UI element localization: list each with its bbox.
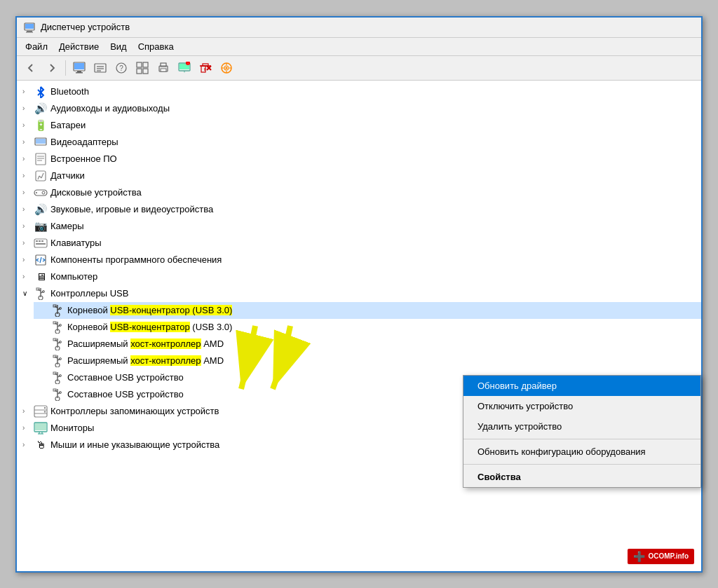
tree-item-audio[interactable]: › 🔊 Аудиовходы и аудиовыходы xyxy=(17,100,701,117)
expand-icon-usb[interactable]: ∨ xyxy=(22,289,34,297)
expand-icon-bluetooth[interactable]: › xyxy=(22,88,34,95)
ctx-update-driver[interactable]: Обновить драйвер xyxy=(463,376,700,396)
toolbar-btn-uninstall[interactable] xyxy=(196,59,215,77)
ctx-update-config[interactable]: Обновить конфигурацию оборудования xyxy=(463,442,700,462)
tree-item-firmware[interactable]: › Встроенное ПО xyxy=(17,151,701,167)
usb-hub1-icon xyxy=(50,303,65,317)
svg-rect-17 xyxy=(143,69,148,74)
svg-rect-1 xyxy=(27,31,32,32)
tree-item-computer-label: Компьютер xyxy=(50,271,97,282)
toolbar-btn-3[interactable] xyxy=(133,59,152,77)
tree-item-disk-label: Дисковые устройства xyxy=(50,187,142,198)
tree-item-amd-host2[interactable]: Расширяемый хост-контроллер AMD xyxy=(34,353,701,369)
toolbar-btn-2[interactable] xyxy=(90,59,110,77)
sound-icon: 🔊 xyxy=(34,203,48,217)
svg-point-34 xyxy=(226,67,228,69)
svg-line-48 xyxy=(41,173,43,178)
svg-rect-56 xyxy=(36,243,46,245)
menu-file[interactable]: Файл xyxy=(20,39,53,54)
toolbar-btn-scan[interactable] xyxy=(217,59,236,77)
svg-rect-15 xyxy=(143,62,148,67)
tree-item-usb-hub1[interactable]: Корневой USB-концентратор (USB 3.0) xyxy=(34,302,701,319)
device-tree: › Bluetooth › 🔊 Аудиовходы и аудиовыходы… xyxy=(17,81,701,571)
svg-line-58 xyxy=(40,257,41,263)
expand-icon-software[interactable]: › xyxy=(22,256,34,264)
svg-rect-16 xyxy=(137,69,142,74)
expand-icon-cameras[interactable]: › xyxy=(22,222,34,230)
software-icon xyxy=(34,253,48,267)
menu-view[interactable]: Вид xyxy=(104,39,133,54)
amd-host1-icon xyxy=(50,337,65,351)
tree-item-battery[interactable]: › 🔋 Батареи xyxy=(17,117,701,134)
expand-icon-firmware[interactable]: › xyxy=(22,155,34,163)
expand-icon-computer[interactable]: › xyxy=(22,273,34,280)
menu-help[interactable]: Справка xyxy=(133,39,180,54)
menu-action[interactable]: Действие xyxy=(53,39,104,54)
svg-rect-55 xyxy=(41,240,43,242)
tree-item-disk[interactable]: › Дисковые устройства xyxy=(17,184,701,201)
svg-rect-67 xyxy=(53,305,56,307)
tree-item-usb[interactable]: ∨ Контроллеры USB xyxy=(17,285,701,302)
tree-item-cameras-label: Камеры xyxy=(50,221,84,231)
svg-point-105 xyxy=(44,411,46,412)
amd-host2-highlight: хост-контроллер xyxy=(130,355,201,366)
tree-item-amd-host1[interactable]: Расширяемый хост-контроллер AMD xyxy=(34,336,701,353)
toolbar-btn-print[interactable] xyxy=(154,59,173,77)
expand-icon-mice[interactable]: › xyxy=(22,441,34,449)
toolbar-btn-monitor[interactable]: ! xyxy=(175,59,194,77)
svg-rect-91 xyxy=(53,372,56,374)
expand-icon-audio[interactable]: › xyxy=(22,104,34,112)
expand-icon-storage[interactable]: › xyxy=(22,407,34,415)
svg-text:!: ! xyxy=(187,62,188,65)
tree-item-composite2-label: Составное USB устройство xyxy=(67,389,184,399)
expand-icon-sound[interactable]: › xyxy=(22,205,34,213)
expand-icon-battery[interactable]: › xyxy=(22,121,34,129)
svg-rect-41 xyxy=(36,153,46,165)
tree-item-battery-label: Батареи xyxy=(50,120,86,130)
svg-rect-7 xyxy=(76,72,83,74)
ctx-uninstall-device[interactable]: Удалить устройство xyxy=(463,416,700,437)
tree-item-computer[interactable]: › 🖥 Компьютер xyxy=(17,268,701,285)
tree-item-usb-label: Контроллеры USB xyxy=(50,288,128,299)
svg-rect-3 xyxy=(25,24,34,29)
sensors-icon xyxy=(34,169,48,183)
keyboards-icon xyxy=(34,236,48,250)
svg-rect-6 xyxy=(77,71,81,72)
composite1-icon xyxy=(50,371,65,385)
display-icon xyxy=(34,135,48,149)
svg-rect-61 xyxy=(36,288,39,290)
tree-item-bluetooth[interactable]: › Bluetooth xyxy=(17,83,701,100)
back-button[interactable] xyxy=(21,59,41,77)
tree-item-keyboards-label: Клавиатуры xyxy=(50,238,102,248)
forward-button[interactable] xyxy=(42,59,62,77)
expand-icon-sensors[interactable]: › xyxy=(22,172,34,179)
toolbar: ? ! xyxy=(17,56,701,81)
expand-icon-disk[interactable]: › xyxy=(22,189,34,196)
expand-icon-monitors[interactable]: › xyxy=(22,424,34,432)
ctx-separator-1 xyxy=(463,439,700,439)
tree-item-cameras[interactable]: › 📷 Камеры xyxy=(17,218,701,235)
svg-rect-14 xyxy=(137,62,142,67)
toolbar-btn-1[interactable] xyxy=(69,59,89,77)
tree-item-display-label: Видеоадаптеры xyxy=(50,137,118,147)
composite2-icon xyxy=(50,388,65,402)
tree-item-sound[interactable]: › 🔊 Звуковые, игровые и видеоустройства xyxy=(17,201,701,218)
tree-item-keyboards[interactable]: › Клавиатуры xyxy=(17,235,701,252)
ocomp-badge: ➕ OCOMP.info xyxy=(628,549,694,564)
expand-icon-keyboards[interactable]: › xyxy=(22,239,34,247)
tree-item-software[interactable]: › Компоненты программного обеспечения xyxy=(17,252,701,268)
svg-line-46 xyxy=(38,176,39,179)
toolbar-btn-help[interactable]: ? xyxy=(111,59,131,77)
tree-item-software-label: Компоненты программного обеспечения xyxy=(50,254,222,265)
device-manager-window: Диспетчер устройств Файл Действие Вид Сп… xyxy=(15,16,703,573)
mice-icon: 🖱 xyxy=(34,438,48,452)
tree-item-sensors[interactable]: › Датчики xyxy=(17,167,701,184)
tree-item-usb-hub2[interactable]: Корневой USB-концентратор (USB 3.0) xyxy=(34,319,701,336)
tree-item-sensors-label: Датчики xyxy=(50,170,85,181)
tree-item-display[interactable]: › Видеоадаптеры xyxy=(17,134,701,151)
menu-bar: Файл Действие Вид Справка xyxy=(17,38,701,56)
ctx-properties[interactable]: Свойства xyxy=(463,467,700,487)
ctx-separator-2 xyxy=(463,464,700,465)
ctx-disable-device[interactable]: Отключить устройство xyxy=(463,396,700,416)
expand-icon-display[interactable]: › xyxy=(22,138,34,146)
